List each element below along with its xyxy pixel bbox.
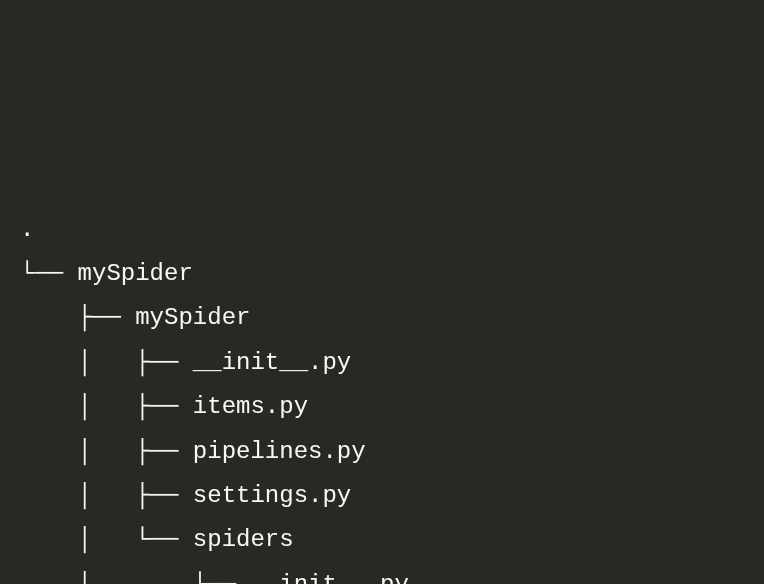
tree-output: .└── mySpider ├── mySpider │ ├── __init_… [20, 208, 744, 584]
tree-line-file: │ ├── items.py [20, 385, 744, 429]
tree-line-root: . [20, 208, 744, 252]
tree-line-dir: │ └── spiders [20, 518, 744, 562]
tree-line-dir: ├── mySpider [20, 296, 744, 340]
tree-line-dir: └── mySpider [20, 252, 744, 296]
tree-line-file: │ ├── __init__.py [20, 341, 744, 385]
tree-line-file: │ ├── pipelines.py [20, 430, 744, 474]
tree-line-file: │ ├── settings.py [20, 474, 744, 518]
tree-line-file: │ └── __init__.py [20, 563, 744, 584]
